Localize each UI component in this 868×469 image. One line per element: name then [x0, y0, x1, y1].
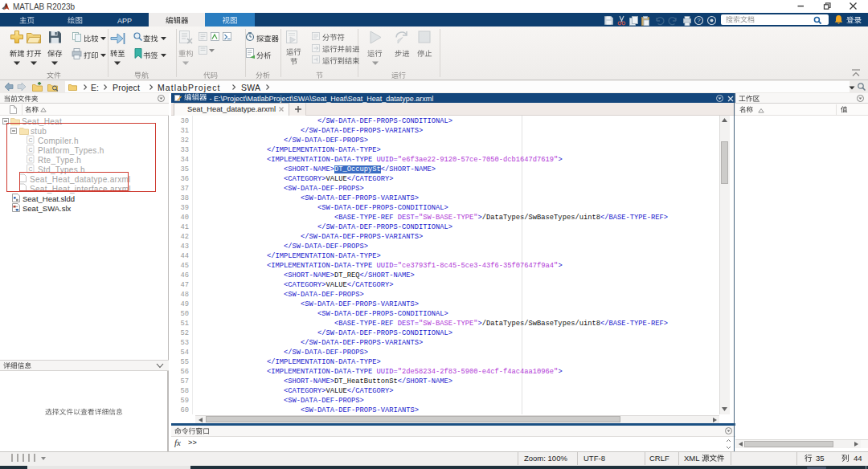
- svg-text:?: ?: [697, 17, 701, 24]
